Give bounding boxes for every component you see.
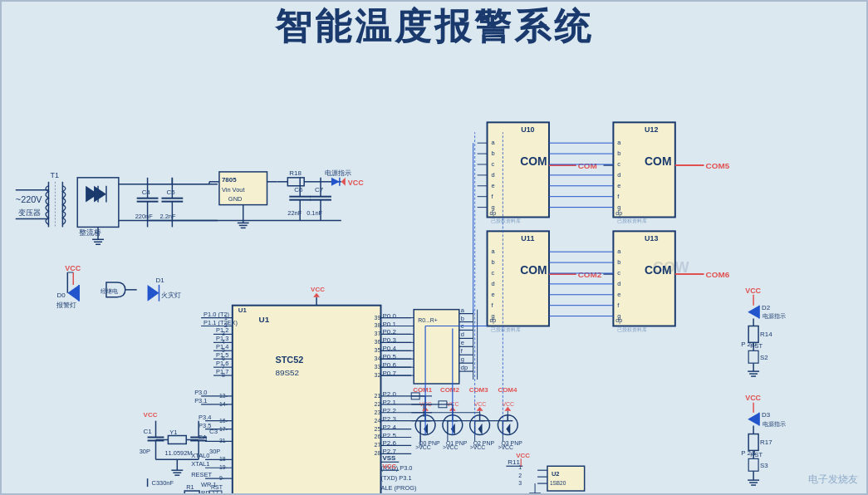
svg-rect-87 [233,306,381,493]
svg-text:P3.0: P3.0 [194,389,207,396]
svg-text:U1: U1 [238,306,248,314]
svg-text:电源指示: 电源指示 [763,420,786,428]
svg-text:(TXD) P3.1: (TXD) P3.1 [380,474,411,482]
svg-text:~220V: ~220V [16,194,43,204]
svg-text:36: 36 [375,339,381,345]
svg-text:b: b [617,258,620,266]
svg-text:已授权资料库: 已授权资料库 [491,326,521,332]
svg-text:U12: U12 [645,125,658,134]
svg-text:30P: 30P [209,448,220,455]
svg-text:S2: S2 [760,354,768,361]
svg-text:COM4: COM4 [498,386,517,394]
svg-text:P 2.0: P 2.0 [741,341,757,348]
svg-text:P0.1: P0.1 [382,321,396,328]
svg-rect-212 [613,122,674,217]
svg-text:VCC: VCC [502,401,514,407]
svg-text:37: 37 [375,331,381,336]
svg-text:g: g [461,355,464,363]
svg-text:b: b [491,149,494,157]
svg-text:P3.1: P3.1 [194,397,207,404]
svg-text:ALE (PROG): ALE (PROG) [380,484,417,492]
svg-text:P0.6: P0.6 [382,361,396,369]
svg-text:2: 2 [518,473,522,478]
svg-text:COM: COM [578,161,597,170]
svg-text:P1.1 (T2EX): P1.1 (T2EX) [204,319,238,326]
svg-text:89S52: 89S52 [275,368,299,377]
svg-text:3: 3 [222,331,225,336]
svg-text:P2.3: P2.3 [382,415,396,423]
svg-text:>VCC: >VCC [498,444,513,450]
svg-text:38: 38 [375,322,381,328]
svg-text:电源指示: 电源指示 [763,312,786,320]
svg-text:5: 5 [222,347,225,353]
svg-text:dp: dp [615,210,622,217]
svg-text:GND: GND [228,195,243,203]
svg-text:RESET: RESET [191,471,212,478]
svg-text:22: 22 [375,401,381,407]
svg-text:C6: C6 [294,186,303,194]
svg-text:21: 21 [375,393,381,399]
svg-text:27: 27 [375,442,381,448]
svg-text:P0.3: P0.3 [382,336,396,344]
svg-text:U2: U2 [552,470,560,478]
svg-text:VSS: VSS [382,454,395,462]
svg-text:b: b [617,149,620,157]
svg-text:19-: 19- [219,464,228,470]
svg-text:P2.1: P2.1 [382,399,396,406]
svg-text:C3: C3 [209,428,218,435]
svg-text:25: 25 [375,426,381,432]
svg-text:C330nF: C330nF [152,479,174,487]
svg-text:COW: COW [653,259,689,276]
watermark: 电子发烧友 [808,473,858,487]
svg-text:28: 28 [375,450,381,456]
svg-text:P2.6: P2.6 [382,439,396,447]
svg-text:33: 33 [375,364,381,370]
svg-text:c: c [491,160,494,168]
svg-text:Vin  Vout: Vin Vout [222,186,246,194]
svg-text:U13: U13 [645,234,658,243]
svg-text:b: b [461,315,464,322]
svg-text:VCC: VCC [745,394,761,402]
svg-text:18-: 18- [219,456,228,462]
svg-text:16-: 16- [219,418,228,424]
svg-text:39: 39 [375,315,381,321]
svg-text:VCC: VCC [348,179,364,187]
svg-text:c: c [617,269,620,277]
svg-text:4: 4 [222,339,225,345]
svg-text:C1: C1 [144,428,153,435]
svg-text:dp: dp [461,364,468,371]
svg-text:R18: R18 [289,169,302,177]
svg-text:C4: C4 [142,189,151,196]
page-title: 智能温度报警系统 [275,2,594,51]
svg-text:WR  1: WR 1 [201,481,217,488]
svg-text:COM5: COM5 [706,161,730,170]
svg-text:P0.0: P0.0 [382,312,396,320]
svg-text:P0.4: P0.4 [382,345,396,352]
svg-text:>VCC: >VCC [415,444,431,450]
svg-text:电源指示: 电源指示 [325,169,351,177]
svg-text:c: c [617,160,620,168]
svg-text:e: e [617,291,620,298]
svg-text:D1: D1 [156,277,165,284]
svg-text:COM3: COM3 [469,386,489,394]
circuit-diagram: ~220V 变压器 T1 整流桥 [2,50,866,493]
svg-text:6: 6 [222,355,225,361]
svg-text:2.2nF: 2.2nF [159,213,175,220]
svg-rect-177 [488,122,549,217]
svg-text:e: e [461,339,464,346]
svg-text:30P: 30P [140,448,150,455]
svg-text:T1: T1 [50,171,58,179]
svg-text:22nF: 22nF [287,209,302,217]
svg-text:d: d [491,280,494,287]
svg-text:e: e [617,182,620,189]
svg-text:R14: R14 [760,331,772,338]
svg-text:Y1: Y1 [169,429,177,436]
svg-text:VCC: VCC [65,264,81,272]
svg-text:35: 35 [375,347,381,353]
svg-text:P0.7: P0.7 [382,370,396,377]
svg-text:U1: U1 [259,315,270,324]
svg-text:COM: COM [520,263,547,277]
svg-text:COM: COM [520,154,547,168]
svg-text:e: e [491,182,494,189]
svg-text:COM2: COM2 [440,386,460,394]
